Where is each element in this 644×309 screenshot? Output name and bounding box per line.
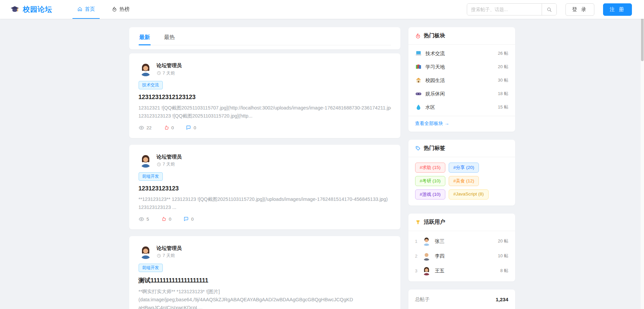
laptop-icon — [415, 50, 422, 57]
clock-icon — [157, 71, 161, 75]
active-user-row[interactable]: 2 李四 10 帖 — [408, 249, 515, 263]
login-button[interactable]: 登 录 — [565, 3, 594, 16]
user-rank: 3 — [415, 268, 418, 273]
user-name: 张三 — [435, 238, 445, 245]
category-badge[interactable]: 技术交流 — [139, 81, 163, 89]
active-users-title: 活跃用户 — [424, 219, 445, 226]
hot-tags-title: 热门标签 — [424, 145, 445, 152]
post-excerpt: **123123123** 123123123 ![QQ截图2025110311… — [139, 195, 391, 212]
board-post-count: 18 帖 — [498, 91, 508, 97]
droplet-icon — [415, 104, 422, 111]
board-post-count: 20 帖 — [498, 64, 508, 70]
post-card[interactable]: 论坛管理员 7 天前 前端开发 123123123123 **123123123… — [129, 145, 400, 229]
search-icon — [546, 7, 552, 12]
tab-hottest[interactable]: 最热 — [163, 32, 176, 45]
top-navbar: 校园论坛 首页 热榜 — [0, 0, 644, 19]
excerpt-line: 123123123123 ... — [139, 204, 391, 212]
avatar — [139, 153, 153, 168]
stat-row-total-posts: 总帖子 1,234 — [415, 292, 508, 307]
board-item-tech[interactable]: 技术交流 26 帖 — [408, 47, 515, 60]
comments-stat[interactable]: 0 — [186, 125, 196, 130]
nav-item-home[interactable]: 首页 — [72, 0, 100, 19]
tag-icon — [415, 145, 421, 151]
excerpt-line: 12312321 ![QQ截图20251103115707.jpg](http:… — [139, 104, 391, 112]
total-posts-value: 1,234 — [496, 297, 508, 302]
excerpt-line: 123123123123 ![QQ截图20251103115720.jpg](h… — [139, 112, 391, 120]
board-item-fun[interactable]: 娱乐休闲 18 帖 — [408, 87, 515, 100]
nav-item-hot[interactable]: 热榜 — [107, 0, 134, 19]
books-icon — [415, 63, 422, 70]
tab-latest[interactable]: 最新 — [139, 32, 151, 45]
site-logo[interactable]: 校园论坛 — [10, 5, 52, 14]
category-badge[interactable]: 前端开发 — [139, 172, 163, 181]
game-controller-icon — [415, 90, 422, 97]
user-rank: 2 — [415, 254, 418, 259]
post-time: 7 天前 — [163, 70, 175, 76]
eye-icon — [139, 125, 144, 131]
post-title[interactable]: 123123123123 — [139, 185, 391, 192]
avatar — [422, 236, 431, 246]
search-input[interactable] — [467, 4, 542, 15]
flame-icon — [415, 33, 421, 39]
hot-tag[interactable]: #求助 (15) — [415, 163, 445, 173]
user-rank: 1 — [415, 239, 418, 244]
active-user-row[interactable]: 3 王五 8 帖 — [408, 263, 515, 278]
nav-home-label: 首页 — [85, 6, 95, 12]
comments-stat[interactable]: 0 — [184, 216, 194, 222]
post-card[interactable]: 论坛管理员 7 天前 前端开发 测试1111111111111111111 **… — [129, 236, 400, 309]
comment-icon — [184, 216, 189, 222]
main-nav: 首页 热榜 — [72, 0, 142, 19]
register-button[interactable]: 注 册 — [603, 3, 632, 16]
clock-icon — [157, 162, 161, 167]
avatar — [422, 266, 431, 275]
hot-tag[interactable]: #美食 (12) — [449, 176, 479, 186]
thumbs-up-icon — [161, 216, 166, 222]
site-title: 校园论坛 — [23, 5, 52, 14]
excerpt-line: **啊实打实大师** *123123123* ![图片] — [139, 288, 391, 296]
board-item-water[interactable]: 水区 15 帖 — [408, 100, 515, 114]
hot-tags-panel: 热门标签 #求助 (15) #分享 (20) #考研 (10) #美食 (12)… — [408, 140, 515, 206]
active-user-row[interactable]: 1 张三 20 帖 — [408, 234, 515, 249]
post-excerpt: 12312321 ![QQ截图20251103115707.jpg](http:… — [139, 104, 391, 120]
likes-stat[interactable]: 0 — [164, 125, 174, 130]
hot-tag[interactable]: #分享 (20) — [449, 163, 479, 173]
active-users-panel: 活跃用户 1 张三 20 帖 2 — [408, 214, 515, 281]
board-item-campus[interactable]: 校园生活 30 帖 — [408, 74, 515, 87]
board-post-count: 15 帖 — [498, 104, 508, 110]
user-name: 李四 — [435, 253, 445, 259]
hot-tag[interactable]: #JavaScript (8) — [449, 189, 489, 200]
nav-hot-label: 热榜 — [119, 6, 130, 12]
hot-tag[interactable]: #考研 (10) — [415, 176, 445, 186]
board-post-count: 26 帖 — [498, 50, 508, 56]
board-item-study[interactable]: 学习天地 20 帖 — [408, 60, 515, 74]
search-box — [467, 3, 557, 15]
sidebar: 热门板块 技术交流 26 帖 学习天地 20 帖 — [408, 27, 515, 309]
excerpt-line: aHBwgJC4nICIsIxwcKDcpL... — [139, 304, 391, 309]
board-post-count: 30 帖 — [498, 77, 508, 83]
view-all-boards-link[interactable]: 查看全部板块 → — [408, 116, 515, 132]
school-icon — [415, 77, 422, 84]
views-stat: 5 — [139, 216, 149, 222]
stat-row-total-users: 总用户 567 — [415, 307, 508, 309]
post-card[interactable]: 论坛管理员 7 天前 技术交流 12312312312123123 123123… — [129, 53, 400, 138]
page-scrollbar[interactable] — [641, 0, 644, 309]
post-author[interactable]: 论坛管理员 — [157, 245, 182, 252]
hot-boards-title: 热门板块 — [424, 32, 445, 39]
excerpt-line: **123123123** 123123123 ![QQ截图2025110311… — [139, 195, 391, 204]
user-post-count: 8 帖 — [500, 268, 508, 274]
eye-icon — [139, 216, 144, 222]
hot-tag[interactable]: #游戏 (10) — [415, 189, 445, 200]
thumbs-up-icon — [164, 125, 169, 130]
avatar — [139, 62, 153, 76]
category-badge[interactable]: 前端开发 — [139, 264, 163, 272]
graduation-cap-icon — [10, 5, 19, 14]
post-author[interactable]: 论坛管理员 — [157, 153, 182, 160]
post-title[interactable]: 测试1111111111111111111 — [139, 276, 391, 284]
clock-icon — [157, 254, 161, 258]
user-name: 王五 — [435, 268, 445, 274]
post-title[interactable]: 12312312312123123 — [139, 94, 391, 101]
likes-stat[interactable]: 0 — [161, 216, 171, 222]
search-button[interactable] — [542, 4, 556, 15]
post-author[interactable]: 论坛管理员 — [157, 62, 182, 69]
views-stat: 22 — [139, 125, 152, 131]
